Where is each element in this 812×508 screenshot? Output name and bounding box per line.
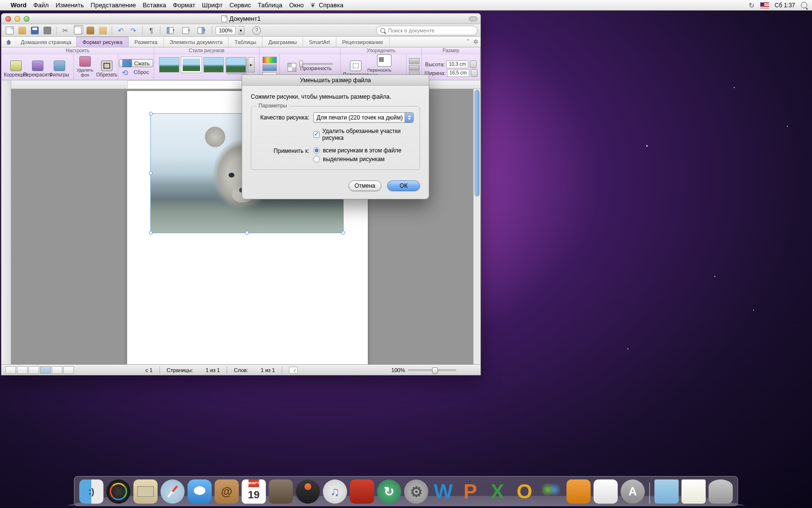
vertical-scrollbar[interactable] <box>473 89 480 364</box>
dock-remote-desktop[interactable] <box>566 479 591 504</box>
ribbon-settings-icon[interactable]: ✲ <box>473 38 478 45</box>
height-field[interactable]: 10,3 cm <box>446 60 468 68</box>
input-source-icon[interactable] <box>760 2 769 8</box>
toolbox-toggle[interactable]: ▾ <box>179 26 193 35</box>
apply-selected-label[interactable]: выделенным рисункам <box>323 156 385 163</box>
gallery-toggle[interactable]: ▾ <box>195 26 208 35</box>
dock-preview[interactable] <box>269 479 293 504</box>
tab-review[interactable]: Рецензирование <box>336 37 390 47</box>
zoom-button[interactable] <box>24 16 29 22</box>
zoom-slider[interactable] <box>408 369 456 371</box>
menu-font[interactable]: Шрифт <box>202 1 223 9</box>
delete-cropped-checkbox[interactable] <box>313 131 319 138</box>
save-button[interactable] <box>29 26 40 35</box>
resize-handle-sw[interactable] <box>149 231 153 235</box>
menu-file[interactable]: Файл <box>33 1 49 9</box>
dock-photo-booth[interactable] <box>296 479 320 504</box>
transparency-slider[interactable] <box>299 63 333 65</box>
apply-all-radio[interactable] <box>313 147 320 154</box>
print-button[interactable] <box>42 26 53 35</box>
view-publishing[interactable] <box>29 366 39 374</box>
zoom-dropdown[interactable]: ▾ <box>238 26 245 35</box>
dock-app-store[interactable] <box>621 479 645 504</box>
compress-button[interactable]: Сжать <box>119 59 153 67</box>
script-menu-icon[interactable]: ❦ <box>310 1 316 9</box>
home-icon[interactable] <box>4 38 13 46</box>
width-stepper[interactable] <box>471 69 478 77</box>
resize-handle-w[interactable] <box>149 171 153 175</box>
menu-insert[interactable]: Вставка <box>143 1 166 9</box>
copy-button[interactable] <box>72 26 83 35</box>
show-formatting-button[interactable]: ¶ <box>146 26 157 35</box>
picture-border-button[interactable] <box>262 57 277 63</box>
width-field[interactable]: 16,5 cm <box>447 69 469 77</box>
menu-edit[interactable]: Изменить <box>56 1 84 9</box>
view-draft[interactable] <box>5 366 16 374</box>
view-outline[interactable] <box>17 366 28 374</box>
dock-safari[interactable] <box>160 479 185 504</box>
menu-table[interactable]: Таблица <box>258 1 282 9</box>
dock-finder[interactable] <box>79 479 103 504</box>
spotlight-icon[interactable] <box>801 2 807 8</box>
time-machine-icon[interactable]: ↻ <box>749 1 754 9</box>
dock-word[interactable]: W <box>431 479 455 504</box>
tab-tables[interactable]: Таблицы <box>229 37 262 47</box>
apply-all-label[interactable]: всем рисункам в этом файле <box>323 147 401 154</box>
help-button[interactable]: ? <box>252 26 261 35</box>
tab-charts[interactable]: Диаграммы <box>262 37 303 47</box>
dock-address-book[interactable] <box>215 479 239 504</box>
view-focus[interactable] <box>63 366 74 374</box>
bring-forward-button[interactable] <box>409 58 420 64</box>
dock-time-machine[interactable] <box>377 479 401 504</box>
height-stepper[interactable] <box>470 60 477 68</box>
dock-document-connection[interactable] <box>594 479 618 504</box>
tab-layout[interactable]: Разметка <box>129 37 164 47</box>
resize-handle-s[interactable] <box>245 231 249 235</box>
minimize-button[interactable] <box>14 16 20 22</box>
dock-messenger[interactable] <box>539 479 564 504</box>
dock-system-preferences[interactable] <box>404 479 428 504</box>
clock[interactable]: Сб 1:37 <box>775 2 795 9</box>
new-button[interactable] <box>4 26 15 35</box>
paste-button[interactable] <box>85 26 96 35</box>
picture-effects-button[interactable] <box>262 64 277 71</box>
resize-handle-nw[interactable] <box>149 112 153 116</box>
picture-style-4[interactable] <box>226 57 246 73</box>
tab-elements[interactable]: Элементы документа <box>164 37 229 47</box>
document-search[interactable]: Поиск в документе <box>376 26 478 35</box>
menu-tools[interactable]: Сервис <box>230 1 251 9</box>
vertical-ruler[interactable] <box>1 80 11 364</box>
reset-button[interactable]: ⟲Сброс <box>119 68 153 76</box>
dock-powerpoint[interactable]: P <box>458 479 482 504</box>
breadcrumb-home[interactable]: Домашняя страница <box>16 39 76 45</box>
format-painter-button[interactable] <box>98 26 108 35</box>
open-button[interactable] <box>17 26 28 35</box>
dock-ichat[interactable] <box>188 479 212 504</box>
transparency-picker[interactable] <box>288 63 296 72</box>
quality-combo[interactable]: Для печати (220 точек на дюйм) <box>313 112 414 123</box>
delete-cropped-label[interactable]: Удалить обрезанные участки рисунка <box>322 128 414 141</box>
window-titlebar[interactable]: Документ1 <box>1 14 480 24</box>
menu-format[interactable]: Формат <box>173 1 195 9</box>
menu-view[interactable]: Представление <box>91 1 136 9</box>
tab-picture-format[interactable]: Формат рисунка <box>76 37 129 47</box>
picture-styles-more[interactable]: ▸ <box>248 57 255 73</box>
cut-button[interactable]: ✂ <box>60 26 71 35</box>
dock-downloads-folder[interactable] <box>682 479 706 504</box>
picture-style-3[interactable] <box>203 57 224 73</box>
dock-documents-folder[interactable] <box>654 479 679 504</box>
toolbar-toggle[interactable] <box>469 16 478 21</box>
view-notebook[interactable] <box>52 366 62 374</box>
picture-style-1[interactable] <box>159 57 179 73</box>
close-button[interactable] <box>5 16 11 22</box>
menu-help[interactable]: Справка <box>319 1 343 9</box>
app-menu[interactable]: Word <box>11 1 27 9</box>
crop-button[interactable]: Обрезать <box>97 54 117 78</box>
dock-ical[interactable]: МАРТ19 <box>242 479 266 504</box>
redo-button[interactable]: ↷ <box>128 26 139 35</box>
tab-smartart[interactable]: SmartArt <box>303 37 336 47</box>
spell-check-icon[interactable]: ✓ <box>289 367 298 374</box>
zoom-field[interactable]: 100% <box>216 26 236 35</box>
picture-style-2[interactable] <box>181 57 202 73</box>
dock-mail[interactable] <box>133 479 158 504</box>
